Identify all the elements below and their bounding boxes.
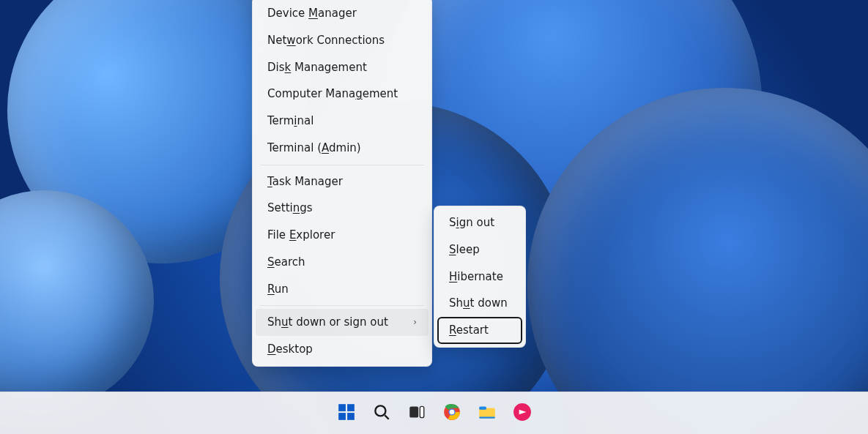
search-icon	[372, 403, 391, 424]
svg-line-5	[385, 415, 388, 419]
svg-rect-7	[420, 406, 423, 417]
menu-item-label: Shut down or sign out	[267, 315, 388, 329]
menu-item-label: Network Connections	[267, 34, 385, 48]
menu-item-label: Computer Management	[267, 87, 398, 101]
pinkapp-icon	[513, 403, 532, 424]
winx-settings[interactable]: Settings	[256, 195, 429, 222]
explorer-icon	[478, 403, 497, 424]
menu-item-label: Sleep	[449, 243, 480, 257]
winx-separator	[260, 165, 424, 165]
task-view-button[interactable]	[401, 398, 432, 429]
winx-device-manager[interactable]: Device Manager	[256, 0, 429, 27]
svg-rect-0	[338, 404, 346, 411]
svg-point-10	[449, 409, 454, 414]
menu-item-label: Desktop	[267, 343, 313, 356]
winx-terminal-admin[interactable]: Terminal (Admin)	[256, 135, 429, 162]
power-sign-out[interactable]: Sign out	[437, 209, 522, 236]
menu-item-label: Search	[267, 255, 305, 269]
winx-search[interactable]: Search	[256, 249, 429, 276]
start-button[interactable]	[331, 398, 362, 429]
winx-task-manager[interactable]: Task Manager	[256, 168, 429, 195]
menu-item-label: Settings	[267, 201, 313, 215]
power-restart[interactable]: Restart	[437, 317, 522, 344]
svg-rect-12	[479, 406, 486, 409]
menu-item-label: Device Manager	[267, 7, 357, 20]
winx-disk-management[interactable]: Disk Management	[256, 54, 429, 81]
winx-file-explorer[interactable]: File Explorer	[256, 222, 429, 249]
menu-item-label: Sign out	[449, 216, 494, 230]
winx-run[interactable]: Run	[256, 276, 429, 303]
menu-item-label: Disk Management	[267, 61, 367, 75]
menu-item-label: Hibernate	[449, 270, 503, 284]
power-hibernate[interactable]: Hibernate	[437, 263, 522, 291]
winx-computer-management[interactable]: Computer Management	[256, 81, 429, 108]
winx-shut-down-or-sign-out[interactable]: Shut down or sign out›	[256, 309, 429, 336]
menu-item-label: Task Manager	[267, 175, 343, 189]
taskbar	[0, 392, 868, 434]
chevron-right-icon: ›	[413, 317, 417, 328]
menu-item-label: Terminal	[267, 114, 314, 128]
menu-item-label: Terminal (Admin)	[267, 141, 361, 155]
winx-desktop[interactable]: Desktop	[256, 336, 429, 363]
winx-network-connections[interactable]: Network Connections	[256, 27, 429, 54]
svg-rect-2	[338, 413, 346, 420]
chrome-button[interactable]	[437, 398, 467, 429]
file-explorer-button[interactable]	[472, 398, 502, 429]
winx-separator	[260, 305, 424, 306]
power-shut-down[interactable]: Shut down	[437, 290, 522, 317]
svg-rect-6	[409, 406, 418, 417]
winx-power-menu[interactable]: Device ManagerNetwork ConnectionsDisk Ma…	[252, 0, 432, 367]
menu-item-label: File Explorer	[267, 228, 335, 242]
taskview-icon	[407, 403, 426, 424]
menu-item-label: Restart	[449, 323, 489, 337]
svg-point-4	[375, 405, 385, 416]
menu-item-label: Shut down	[449, 296, 508, 310]
power-sleep[interactable]: Sleep	[437, 236, 522, 263]
app-button[interactable]	[507, 398, 538, 429]
chrome-icon	[442, 403, 461, 424]
svg-rect-3	[347, 413, 355, 420]
search-button[interactable]	[366, 398, 397, 429]
shutdown-submenu[interactable]: Sign outSleepHibernateShut downRestart	[434, 206, 526, 348]
svg-rect-13	[479, 416, 495, 418]
winx-terminal[interactable]: Terminal	[256, 108, 429, 135]
windows-icon	[337, 403, 356, 424]
menu-item-label: Run	[267, 283, 289, 296]
svg-rect-1	[347, 404, 355, 411]
